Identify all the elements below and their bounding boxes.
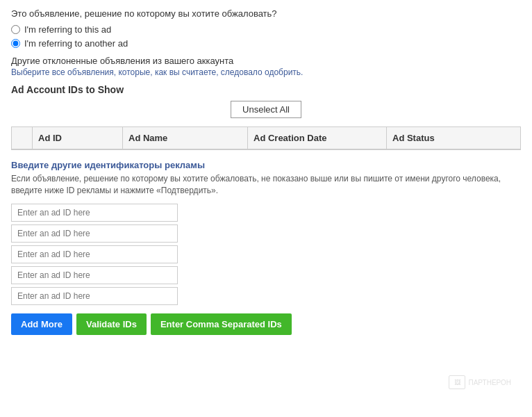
buttons-row: Add More Validate IDs Enter Comma Separa…	[11, 313, 521, 335]
radio-this-ad[interactable]	[11, 25, 20, 34]
question-text: Это объявление, решение по которому вы х…	[11, 8, 521, 19]
ad-id-input-5[interactable]	[11, 287, 178, 305]
ad-id-input-4[interactable]	[11, 266, 178, 284]
table-header: Ad ID Ad Name Ad Creation Date Ad Status	[12, 127, 520, 149]
col-ad-id: Ad ID	[33, 127, 123, 149]
add-more-button[interactable]: Add More	[11, 313, 72, 335]
radio-label-1: I'm referring to this ad	[24, 24, 111, 35]
col-creation-date: Ad Creation Date	[248, 127, 387, 149]
watermark-text: ПАРТНЕРОН	[468, 379, 511, 386]
unselect-all-button[interactable]: Unselect All	[231, 101, 301, 118]
radio-label-2: I'm referring to another ad	[24, 38, 128, 49]
watermark: 🖼 ПАРТНЕРОН	[449, 375, 511, 389]
intro-heading: Введите другие идентификаторы рекламы	[11, 160, 521, 170]
watermark-icon: 🖼	[449, 375, 465, 389]
ad-id-input-1[interactable]	[11, 204, 178, 222]
intro-text: Если объявление, решение по которому вы …	[11, 173, 521, 197]
comma-separated-button[interactable]: Enter Comma Separated IDs	[151, 313, 292, 335]
radio-another-ad[interactable]	[11, 39, 20, 48]
ad-id-input-2[interactable]	[11, 224, 178, 243]
col-status: Ad Status	[387, 127, 520, 149]
ad-account-heading: Ad Account IDs to Show	[11, 84, 521, 95]
radio-item-1[interactable]: I'm referring to this ad	[11, 24, 521, 35]
radio-group: I'm referring to this ad I'm referring t…	[11, 24, 521, 49]
col-checkbox	[12, 127, 33, 149]
section-subtext: Выберите все объявления, которые, как вы…	[11, 67, 521, 77]
page-container: Это объявление, решение по которому вы х…	[0, 0, 532, 343]
validate-ids-button[interactable]: Validate IDs	[76, 313, 147, 335]
section-heading: Другие отклоненные объявления из вашего …	[11, 56, 521, 66]
ad-table: Ad ID Ad Name Ad Creation Date Ad Status	[11, 126, 521, 150]
col-ad-name: Ad Name	[123, 127, 248, 149]
input-fields-group	[11, 204, 521, 305]
ad-id-input-3[interactable]	[11, 245, 178, 263]
radio-item-2[interactable]: I'm referring to another ad	[11, 38, 521, 49]
